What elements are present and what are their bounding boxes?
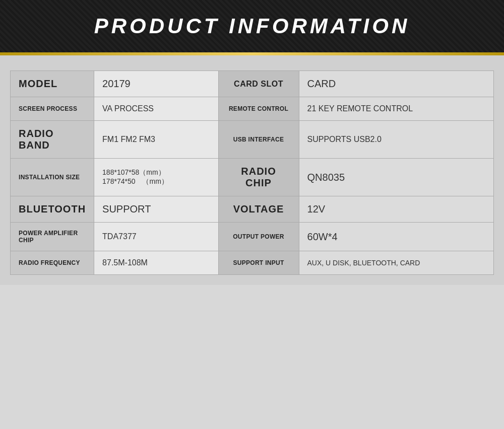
right-value-5: 60W*4 [299,223,493,251]
right-label-5: OUTPUT POWER [218,223,299,251]
table-wrapper: MODEL20179CARD SLOTCARDSCREEN PROCESSVA … [0,55,504,285]
right-value-0: CARD [299,71,493,97]
left-label-4: BLUETOOTH [11,196,94,223]
left-value-5: TDA7377 [94,223,218,251]
product-info-table: MODEL20179CARD SLOTCARDSCREEN PROCESSVA … [10,70,494,275]
right-value-2: SUPPORTS USB2.0 [299,121,493,159]
table-row: RADIO FREQUENCY87.5M-108MSUPPORT INPUTAU… [11,251,494,275]
left-label-3: INSTALLATION SIZE [11,159,94,196]
table-row: BLUETOOTHSUPPORTVOLTAGE12V [11,196,494,223]
left-value-1: VA PROCESS [94,97,218,121]
right-label-0: CARD SLOT [218,71,299,97]
table-row: MODEL20179CARD SLOTCARD [11,71,494,97]
table-row: SCREEN PROCESSVA PROCESSREMOTE CONTROL21… [11,97,494,121]
right-value-1: 21 KEY REMOTE CONTROL [299,97,493,121]
right-value-3: QN8035 [299,159,493,196]
right-label-3: RADIO CHIP [218,159,299,196]
left-label-5: POWER AMPLIFIER CHIP [11,223,94,251]
right-label-4: VOLTAGE [218,196,299,223]
right-value-4: 12V [299,196,493,223]
left-label-1: SCREEN PROCESS [11,97,94,121]
page-title: PRODUCT INFORMATION [94,14,410,38]
left-label-6: RADIO FREQUENCY [11,251,94,275]
table-row: RADIO BANDFM1 FM2 FM3USB INTERFACESUPPOR… [11,121,494,159]
left-value-4: SUPPORT [94,196,218,223]
header-band: PRODUCT INFORMATION [0,0,504,52]
table-row: INSTALLATION SIZE188*107*58（mm） 178*74*5… [11,159,494,196]
right-label-2: USB INTERFACE [218,121,299,159]
right-label-1: REMOTE CONTROL [218,97,299,121]
table-row: POWER AMPLIFIER CHIPTDA7377OUTPUT POWER6… [11,223,494,251]
left-value-3: 188*107*58（mm） 178*74*50 （mm） [94,159,218,196]
left-value-6: 87.5M-108M [94,251,218,275]
left-label-2: RADIO BAND [11,121,94,159]
left-value-0: 20179 [94,71,218,97]
left-value-2: FM1 FM2 FM3 [94,121,218,159]
right-label-6: SUPPORT INPUT [218,251,299,275]
right-value-6: AUX, U DISK, BLUETOOTH, CARD [299,251,493,275]
left-label-0: MODEL [11,71,94,97]
